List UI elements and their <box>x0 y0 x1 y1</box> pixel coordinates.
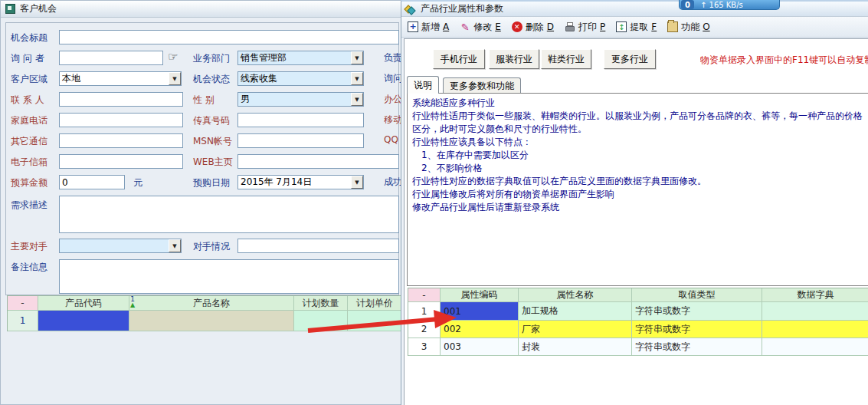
opportunity-status-select[interactable]: 线索收集 ▼ <box>237 71 364 86</box>
column-header-minus[interactable]: - <box>8 296 38 311</box>
demand-desc-textarea[interactable] <box>59 196 399 233</box>
rival-info-input[interactable] <box>237 239 399 253</box>
email-input[interactable] <box>59 154 183 169</box>
industry-button-mobile[interactable]: 手机行业 <box>433 49 485 69</box>
label-customer-region: 客户区域 <box>11 73 47 86</box>
f11-hint-text: 物资单据录入界面中的F11键可以自动复制 <box>700 54 868 67</box>
label-demand-desc: 需求描述 <box>11 199 47 212</box>
product-name-cell[interactable] <box>129 311 294 331</box>
label-inquirer: 询 问 者 <box>11 52 44 65</box>
main-rival-select[interactable]: ▼ <box>59 239 182 253</box>
new-button[interactable]: 新增A <box>408 21 449 34</box>
edit-button[interactable]: ✎ 修改E <box>460 21 501 34</box>
label-remark: 备注信息 <box>11 261 47 274</box>
lookup-hand-icon[interactable]: ☞ <box>168 50 178 64</box>
value-type-cell[interactable]: 字符串或数字 <box>632 302 762 321</box>
tab-more-params[interactable]: 更多参数和功能 <box>443 77 521 94</box>
industry-button-footwear[interactable]: 鞋类行业 <box>541 49 591 69</box>
download-speed: 0 <box>681 0 694 9</box>
gender-select[interactable]: 男 ▼ <box>237 92 364 107</box>
data-dict-cell[interactable] <box>762 302 868 321</box>
label-business-dept: 业务部门 <box>193 52 230 65</box>
attribute-table: - 属性编码 属性名称 取值类型 数据字典 1 001 加工规格 字符串或数字 … <box>408 288 868 356</box>
customer-opportunity-window: 客户机会 机会标题 询 问 者 ☞ 业务部门 销售管理部 ▼ 客户区域 本地 ▼… <box>0 0 403 405</box>
data-dict-cell[interactable] <box>762 321 868 338</box>
label-msn: MSN帐号 <box>193 135 232 148</box>
left-window-titlebar[interactable]: 客户机会 <box>1 1 402 18</box>
column-header-product-name[interactable]: 产品名称 <box>129 296 294 311</box>
table-row-number[interactable]: 1 <box>8 311 38 331</box>
column-header-product-code[interactable]: 产品代码 <box>38 296 129 311</box>
remark-textarea[interactable] <box>59 259 399 294</box>
label-email: 电子信箱 <box>11 156 47 169</box>
extract-button[interactable]: ↕ 提取F <box>616 21 657 34</box>
contact-input[interactable] <box>59 92 183 107</box>
function-button[interactable]: 功能O <box>667 21 709 34</box>
description-line: 行业特性对应的数据字典取值可以在产品定义里面的数据字典里面修改。 <box>412 175 868 188</box>
attr-name-cell[interactable]: 封装 <box>519 338 632 356</box>
label-budget-unit: 元 <box>133 176 142 189</box>
selected-product-code-cell[interactable] <box>38 311 129 331</box>
chevron-down-icon[interactable]: ▼ <box>351 51 363 64</box>
description-line: 修改产品行业属性后请重新登录系统 <box>412 201 868 214</box>
column-header-minus[interactable]: - <box>408 288 441 302</box>
industry-button-clothing[interactable]: 服装行业 <box>489 49 539 69</box>
inquirer-input[interactable] <box>59 51 163 65</box>
attr-name-cell[interactable]: 加工规格 <box>519 302 632 321</box>
chevron-down-icon[interactable]: ▼ <box>351 72 363 85</box>
window-icon <box>5 4 15 14</box>
home-phone-input[interactable] <box>59 113 183 127</box>
chevron-down-icon[interactable]: ▼ <box>169 239 181 252</box>
label-other-comm: 其它通信 <box>11 135 47 148</box>
other-comm-input[interactable] <box>59 133 183 148</box>
label-gender: 性 别 <box>193 94 215 107</box>
print-icon <box>565 21 575 32</box>
table-row-number[interactable]: 2 <box>408 321 441 338</box>
chevron-down-icon[interactable]: ▼ <box>351 93 363 106</box>
sort-up-icon: ▲ <box>128 302 137 308</box>
delete-icon: ✕ <box>512 21 522 32</box>
industry-button-more[interactable]: 更多行业 <box>604 49 656 69</box>
upload-speed: ↑ 165 KB/s <box>700 1 743 9</box>
business-dept-select[interactable]: 销售管理部 ▼ <box>237 51 364 65</box>
print-button[interactable]: 打印P <box>565 21 605 34</box>
extract-icon: ↕ <box>616 21 627 32</box>
table-row-number[interactable]: 1 <box>408 302 441 321</box>
column-header-attr-name[interactable]: 属性名称 <box>519 288 632 302</box>
attr-code-cell[interactable]: 002 <box>441 321 519 338</box>
toolbar: 新增A ✎ 修改E ✕ 删除D 打印P ↕ 提取F 功能O <box>401 17 868 38</box>
plan-qty-cell[interactable] <box>294 311 348 331</box>
network-speed-widget[interactable]: 0 ↑ 165 KB/s <box>679 0 780 10</box>
column-header-data-dict[interactable]: 数据字典 <box>762 288 868 302</box>
product-plan-table: - 产品代码 产品名称 计划数量 计划单价 1 <box>7 295 402 331</box>
column-header-attr-code[interactable]: 属性编码 <box>441 288 519 302</box>
chevron-down-icon[interactable]: ▼ <box>351 176 363 189</box>
attr-name-cell[interactable]: 厂家 <box>519 321 632 338</box>
column-header-value-type[interactable]: 取值类型 <box>632 288 762 302</box>
value-type-cell[interactable]: 字符串或数字 <box>632 338 762 356</box>
column-header-plan-price[interactable]: 计划单价 <box>348 296 402 311</box>
delete-button[interactable]: ✕ 删除D <box>512 21 554 34</box>
column-header-plan-qty[interactable]: 计划数量 <box>294 296 348 311</box>
opportunity-form: 机会标题 询 问 者 ☞ 业务部门 销售管理部 ▼ 客户区域 本地 ▼ 机会状态… <box>5 22 399 295</box>
data-dict-cell[interactable] <box>762 338 868 356</box>
label-web: WEB主页 <box>193 156 233 169</box>
msn-input[interactable] <box>237 133 364 148</box>
fax-input[interactable] <box>237 113 364 127</box>
label-rival-info: 对手情况 <box>193 240 230 253</box>
selected-attr-code-cell[interactable]: 001 <box>441 302 519 321</box>
tab-description[interactable]: 说明 <box>407 76 439 94</box>
description-line: 2、不影响价格 <box>412 162 868 175</box>
value-type-cell[interactable]: 字符串或数字 <box>632 321 762 338</box>
chevron-down-icon[interactable]: ▼ <box>169 72 181 85</box>
table-row-number[interactable]: 3 <box>408 338 441 356</box>
description-line: 行业特性适用于类似一些服装、鞋帽类的行业。以服装业为例，产品可分各品牌的衣、裤等… <box>412 110 868 123</box>
budget-input[interactable] <box>59 175 125 189</box>
purchase-date-select[interactable]: 2015年 7月14日 ▼ <box>237 175 364 189</box>
attr-code-cell[interactable]: 003 <box>441 338 519 356</box>
opportunity-title-input[interactable] <box>59 30 399 44</box>
right-window-titlebar[interactable]: 产品行业属性和参数 <box>401 2 868 17</box>
customer-region-select[interactable]: 本地 ▼ <box>59 71 182 86</box>
plan-price-cell[interactable] <box>348 311 402 331</box>
web-input[interactable] <box>237 154 399 169</box>
